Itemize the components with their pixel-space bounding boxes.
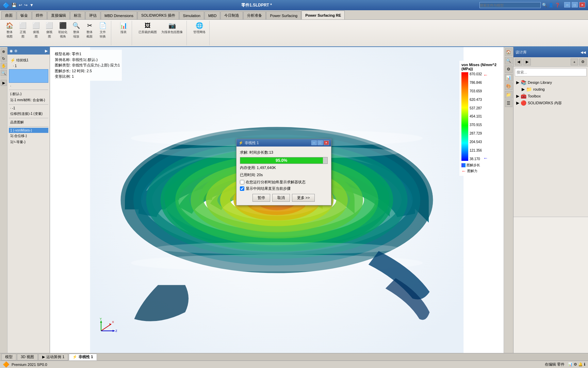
tab-today-manufacturing[interactable]: 今日制造 [220,11,243,19]
left-tool-rotate[interactable]: ↻ [1,56,7,62]
dl-tree-item-design-library[interactable]: ▶ 📚 Design Library [515,79,587,86]
home-view-button[interactable]: 🏠整体视图 [3,21,16,40]
report-button[interactable]: 📊报表 [117,21,130,35]
dl-search-input[interactable] [515,68,587,76]
scale-val-3: 620.473 [470,98,482,102]
design-library-collapse-button[interactable]: ◀◀ [581,50,586,54]
dialog-checkbox2[interactable] [240,186,244,191]
simulation-image-button[interactable]: 🖼已剪裁的截图 [137,21,159,35]
quick-access-redo[interactable]: ↪ [24,3,28,7]
left-tool-zoom[interactable]: 🔍 [1,70,7,76]
rib-graph-icon[interactable]: 📊 [505,74,512,81]
dl-tree-item-toolbox[interactable]: ▶ 🧰 Toolbox [515,93,587,99]
tab-model[interactable]: 模型 [1,354,16,361]
tree-item-minus1[interactable]: · -1 [9,106,48,111]
file-convert-button[interactable]: 📄文件转换 [97,21,109,40]
ribbon-group-view: 🏠整体视图 ⬜正视图 ⬜俯视图 ⬜侧视图 ⬛初始化视角 🔍整体缩放 ✂整体截面 … [1,21,111,45]
tree-item-result1[interactable]: ⚡结状线1 [9,57,48,63]
perspective-button[interactable]: ⬛初始化视角 [56,21,69,40]
dialog-checkbox1[interactable] [240,180,244,184]
minimize-button[interactable]: ─ [564,2,570,7]
ribbon-group-report: 📊报表 [115,21,132,45]
quick-access-save[interactable]: 💾 [12,3,17,7]
tab-analysis-prep[interactable]: 分析准备 [243,11,266,19]
example-name-label: 算例名称: 非线性1(-默认-) [55,57,120,63]
dl-options-button[interactable]: ⚙ [579,59,587,65]
dl-item-design-library-label: Design Library [528,80,552,85]
tab-3d-view[interactable]: 3D 视图 [17,354,38,361]
tree-item-combined[interactable]: 1(-合位移-) [9,133,48,139]
dialog-close[interactable]: ✕ [324,140,329,145]
tree-item-node1[interactable]: · 1 [9,63,48,68]
tab-mbd[interactable]: MBD [205,11,220,19]
dl-back-button[interactable]: ◀ [515,59,522,65]
manage-network-button[interactable]: 🌐管理网络 [192,21,207,35]
tab-mbd-dimensions[interactable]: MBD Dimensions [101,11,137,19]
dialog-more-button[interactable]: 更多 >> [292,194,315,202]
image-wrap-button[interactable]: 📷为报表包括图像 [160,21,184,35]
rib-search-icon[interactable]: 🔍 [505,57,512,64]
svg-line-19 [101,324,111,331]
tab-motion[interactable]: ▶ 运动算例 1 [38,354,68,361]
dl-tree-item-routing[interactable]: ▶ 📁 routing [515,86,587,93]
top-view-button[interactable]: ⬜俯视图 [30,21,42,40]
left-tool-pan[interactable]: ✋ [1,63,7,69]
section-view-button[interactable]: ✂整体截面 [83,21,96,40]
tab-焊件[interactable]: 焊件 [32,11,47,19]
tree-item-scroll[interactable]: · [9,83,48,89]
design-library-title: 设计库 [516,50,527,55]
dialog-checkbox2-label: 显示中间结果直至当前步骤 [246,186,291,191]
tab-simulation[interactable]: Simulation [179,11,204,19]
progress-bar-fill: 95.0% [240,157,323,164]
color-scale-title: von Mises (N/mm^2 (MPa)) [461,63,498,71]
sw-logo-icon: 🔶 [3,361,10,368]
dl-forward-button[interactable]: ▶ [523,59,531,65]
zoom-button[interactable]: 🔍整体缩放 [70,21,82,40]
dialog-pause-button[interactable]: 暂停 [252,194,270,202]
dl-toolbox-folder-icon: 🧰 [521,93,526,99]
dialog-minimize[interactable]: ─ [311,140,317,145]
left-tool-select[interactable]: ⊕ [1,48,7,55]
close-button[interactable]: ✕ [579,2,585,7]
tab-power-surfacing-re[interactable]: Power Surfacing RE [301,11,345,19]
tab-曲面[interactable]: 曲面 [1,11,16,19]
tree-item-default[interactable]: (-默认-) [9,91,48,97]
tab-钣金[interactable]: 钣金 [17,11,32,19]
tree-item-displacement[interactable]: 位移(性连接)-1 (变量) [9,111,48,117]
quick-access-undo[interactable]: ↩ [19,3,22,7]
rib-folder-icon[interactable]: 📁 [505,91,512,98]
tab-power-surfacing[interactable]: Power Surfacing [266,11,301,19]
maximize-button[interactable]: □ [572,2,578,7]
side-view-button[interactable]: ⬜侧视图 [43,21,55,40]
dialog-checkbox1-label: 在您运行分析时始终显示求解器状态 [246,180,306,185]
version-label: Premium 2021 SP0.0 [12,363,47,367]
tab-直接编辑[interactable]: 直接编辑 [47,11,70,19]
dl-sw-icon: 🔴 [521,100,526,106]
tab-solidworks-plugins[interactable]: SOLIDWORKS 插件 [137,11,179,19]
dl-tree-item-sw-content[interactable]: ▶ 🔴 SOLIDWORKS 内容 [515,99,587,106]
rib-gear-icon[interactable]: ⚙ [505,65,512,73]
dl-add-button[interactable]: + [571,59,578,65]
front-view-button[interactable]: ⬜正视图 [17,21,29,40]
tree-item-quality[interactable]: 品质图解 [9,119,48,125]
viewport[interactable]: 模型名称: 零件1 算例名称: 非线性1(-默认-) 图解类型: 非线性节点应力… [50,47,504,353]
rib-palette-icon[interactable]: 🎨 [505,82,512,90]
rib-list-icon[interactable]: ☰ [505,99,512,107]
dialog-cancel-button[interactable]: 取消 [272,194,290,202]
design-library-toolbar: ◀ ▶ + ⚙ [513,57,588,67]
dropdown-arrow[interactable]: ▼ [30,3,34,7]
tree-item-von-mises[interactable]: 1 (-vonMises-) [9,128,48,133]
tree-item-equivalent[interactable]: 1(=-等量-) [9,139,48,145]
tree-item-material[interactable]: 1(-1 mm/材料: 合金钢-) [9,97,48,103]
dialog-maximize[interactable]: □ [317,140,323,145]
left-tool-arrow[interactable]: ▶ [1,80,7,86]
tab-nonlinear[interactable]: ⚡ 非线性 1 [69,354,97,361]
rib-home-icon[interactable]: 🏠 [505,48,512,56]
left-toolbar: ⊕ ↻ ✋ 🔍 ▶ [0,47,7,353]
tab-评估[interactable]: 评估 [85,11,100,19]
dl-toolbox-label: Toolbox [528,94,541,98]
title-left: 🔷 💾 ↩ ↪ ▼ [3,2,34,9]
search-input[interactable] [479,2,541,8]
tree-separator-4 [9,126,48,127]
tab-标注[interactable]: 标注 [70,11,85,19]
